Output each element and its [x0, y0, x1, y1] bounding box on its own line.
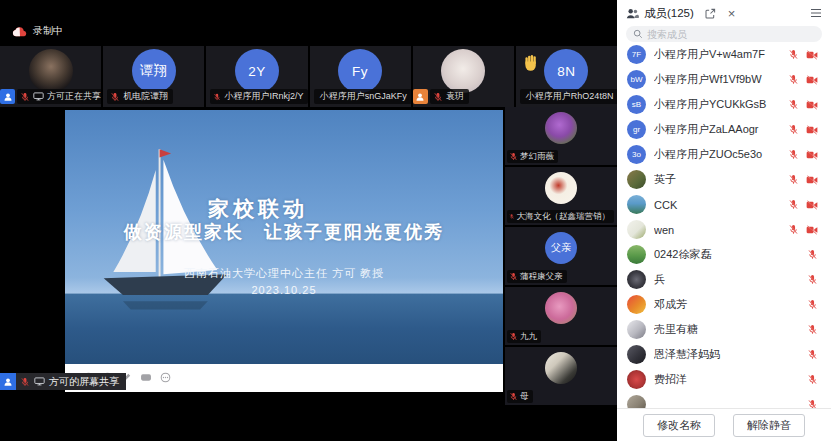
member-search-input[interactable]: [647, 29, 815, 40]
recording-cloud-icon: [12, 26, 28, 37]
slide-subtitle: 做资源型家长 让孩子更阳光更优秀: [65, 220, 503, 244]
mic-muted-icon[interactable]: [788, 124, 799, 135]
members-panel: 成员(125) × 7F 小程序用户V+w4am7F bW 小程序用户Wf1Vf…: [617, 0, 831, 441]
self-person-badge: [0, 89, 15, 104]
camera-off-icon[interactable]: [806, 100, 818, 110]
camera-off-icon[interactable]: [806, 125, 818, 135]
camera-off-icon[interactable]: [806, 175, 818, 185]
shared-slide: 家校联动 做资源型家长 让孩子更阳光更优秀 西南石油大学心理中心主任 方可 教授…: [65, 110, 503, 392]
mic-muted-icon[interactable]: [788, 199, 799, 210]
camera-off-icon[interactable]: [806, 150, 818, 160]
member-avatar: [627, 295, 646, 314]
member-row[interactable]: 壳里有糖: [617, 317, 831, 342]
video-tile-menghuan[interactable]: 梦幻雨薇: [505, 107, 617, 167]
avatar: [441, 49, 485, 93]
video-tile-8n[interactable]: 8N 小程序用户RhO24t8N: [516, 46, 617, 107]
camera-off-icon[interactable]: [806, 50, 818, 60]
member-row[interactable]: bW 小程序用户Wf1Vf9bW: [617, 67, 831, 92]
avatar: [545, 352, 577, 384]
member-name: 费招洋: [654, 372, 799, 387]
close-panel-icon[interactable]: ×: [728, 7, 736, 20]
video-tile-2y[interactable]: 2Y 小程序用户IRnkj2/Y: [206, 46, 307, 107]
member-name: 邓成芳: [654, 297, 799, 312]
camera-off-icon[interactable]: [806, 75, 818, 85]
menu-icon[interactable]: [810, 8, 822, 18]
share-label-text: 方可的屏幕共享: [49, 375, 119, 389]
member-row[interactable]: 3o 小程序用户ZUOc5e3o: [617, 142, 831, 167]
slide-date: 2023.10.25: [65, 284, 503, 296]
avatar: [545, 112, 577, 144]
mic-muted-icon[interactable]: [807, 374, 818, 385]
mic-muted-icon[interactable]: [807, 349, 818, 360]
mic-muted-icon[interactable]: [807, 249, 818, 260]
video-icon[interactable]: [140, 373, 152, 382]
screen-share-icon: [33, 92, 44, 101]
video-tile-mu[interactable]: 母: [505, 347, 617, 407]
slide-title: 家校联动: [65, 195, 477, 223]
member-row[interactable]: sB 小程序用户YCUKkGsB: [617, 92, 831, 117]
mic-muted-icon[interactable]: [788, 149, 799, 160]
member-row[interactable]: 邓成芳: [617, 292, 831, 317]
member-avatar: [627, 320, 646, 339]
video-tile-jiujiu[interactable]: 九九: [505, 287, 617, 347]
member-list[interactable]: 7F 小程序用户V+w4am7F bW 小程序用户Wf1Vf9bW sB 小程序…: [617, 42, 831, 441]
unmute-button[interactable]: 解除静音: [733, 414, 805, 437]
member-name: 小程序用户YCUKkGsB: [654, 97, 780, 112]
video-tile-fuqin[interactable]: 父亲 蒲程康父亲: [505, 227, 617, 287]
mic-muted-icon: [20, 92, 30, 102]
side-video-column: 梦幻雨薇 大海文化（赵鑫瑞营销） 父亲 蒲程康父亲: [505, 107, 617, 407]
mic-muted-icon[interactable]: [788, 174, 799, 185]
more-icon[interactable]: [160, 372, 171, 383]
video-tile-strip: 方可正在共享 谭翔 机电院谭翔 2Y 小程序用户IRnkj2/Y Fy 小程序用…: [0, 46, 617, 107]
mic-muted-icon: [20, 377, 30, 387]
avatar: 2Y: [235, 49, 279, 93]
mic-muted-icon: [509, 212, 515, 221]
mic-muted-icon[interactable]: [807, 274, 818, 285]
member-row[interactable]: 英子: [617, 167, 831, 192]
member-row[interactable]: CCK: [617, 192, 831, 217]
member-avatar: 7F: [627, 45, 646, 64]
member-row[interactable]: 0242徐家磊: [617, 242, 831, 267]
camera-off-icon[interactable]: [806, 200, 818, 210]
participant-name: 蒲程康父亲: [520, 271, 563, 283]
video-tile-fy[interactable]: Fy 小程序用户snGJaKFy: [310, 46, 411, 107]
self-person-badge: [0, 373, 16, 390]
member-row[interactable]: 兵: [617, 267, 831, 292]
member-row[interactable]: 恩泽慧泽妈妈: [617, 342, 831, 367]
mic-muted-icon: [433, 92, 443, 102]
member-name: 恩泽慧泽妈妈: [654, 347, 799, 362]
member-name: 兵: [654, 272, 799, 287]
member-name: 0242徐家磊: [654, 247, 799, 262]
recording-label: 录制中: [33, 24, 63, 38]
member-avatar: sB: [627, 95, 646, 114]
participant-name: 机电院谭翔: [123, 90, 168, 103]
mic-muted-icon[interactable]: [788, 74, 799, 85]
video-tile-fangke[interactable]: 方可正在共享: [0, 46, 101, 107]
avatar: [545, 292, 577, 324]
video-tile-dahai[interactable]: 大海文化（赵鑫瑞营销）: [505, 167, 617, 227]
mic-muted-icon[interactable]: [788, 99, 799, 110]
member-name: 小程序用户Wf1Vf9bW: [654, 72, 780, 87]
member-row[interactable]: 7F 小程序用户V+w4am7F: [617, 42, 831, 67]
participant-name: 梦幻雨薇: [520, 151, 554, 163]
mic-muted-icon[interactable]: [788, 49, 799, 60]
mic-muted-icon: [509, 152, 518, 161]
popout-panel-icon[interactable]: [705, 8, 716, 19]
slide-photo: 家校联动 做资源型家长 让孩子更阳光更优秀 西南石油大学心理中心主任 方可 教授…: [65, 110, 503, 364]
avatar: 8N: [544, 49, 588, 93]
member-search-box[interactable]: [626, 26, 822, 42]
member-row[interactable]: gr 小程序用户ZaLAAogr: [617, 117, 831, 142]
mic-muted-icon[interactable]: [788, 224, 799, 235]
rename-button[interactable]: 修改名称: [643, 414, 715, 437]
camera-off-icon[interactable]: [806, 225, 818, 235]
participant-name: 袁玥: [446, 90, 464, 103]
video-tile-tanxiang[interactable]: 谭翔 机电院谭翔: [103, 46, 204, 107]
members-panel-title: 成员(125): [644, 6, 694, 21]
member-avatar: [627, 170, 646, 189]
member-row[interactable]: wen: [617, 217, 831, 242]
mic-muted-icon[interactable]: [807, 299, 818, 310]
mic-muted-icon[interactable]: [807, 324, 818, 335]
member-row[interactable]: 费招洋: [617, 367, 831, 392]
video-tile-yuanyue[interactable]: 袁玥: [413, 46, 514, 107]
avatar: [545, 172, 577, 204]
